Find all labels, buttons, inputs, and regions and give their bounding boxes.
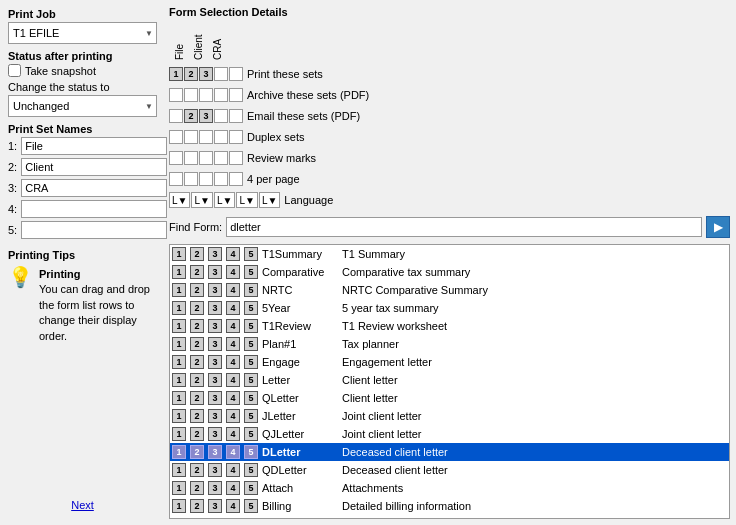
- form-chk-3[interactable]: 3: [206, 425, 224, 443]
- status-select[interactable]: Unchanged: [8, 95, 157, 117]
- form-chk-4[interactable]: 4: [224, 317, 242, 335]
- archive-chk-1[interactable]: [169, 88, 183, 102]
- form-chk-3[interactable]: 3: [206, 299, 224, 317]
- archive-chk-5[interactable]: [229, 88, 243, 102]
- table-row[interactable]: 12345LetterClient letter: [170, 371, 729, 389]
- form-chk-4[interactable]: 4: [224, 443, 242, 461]
- duplex-chk-5[interactable]: [229, 130, 243, 144]
- next-button[interactable]: Next: [8, 499, 157, 517]
- table-row[interactable]: 12345AttachAttachments: [170, 479, 729, 497]
- form-chk-5[interactable]: 5: [242, 443, 260, 461]
- form-chk-5[interactable]: 5: [242, 263, 260, 281]
- form-chk-5[interactable]: 5: [242, 407, 260, 425]
- form-chk-4[interactable]: 4: [224, 461, 242, 479]
- review-chk-5[interactable]: [229, 151, 243, 165]
- review-chk-3[interactable]: [199, 151, 213, 165]
- duplex-chk-1[interactable]: [169, 130, 183, 144]
- form-chk-1[interactable]: 1: [170, 245, 188, 263]
- form-chk-2[interactable]: 2: [188, 497, 206, 515]
- form-chk-3[interactable]: 3: [206, 353, 224, 371]
- lang-select-2[interactable]: L▼: [191, 192, 212, 208]
- form-chk-5[interactable]: 5: [242, 299, 260, 317]
- form-chk-3[interactable]: 3: [206, 443, 224, 461]
- email-chk-3[interactable]: 3: [199, 109, 213, 123]
- form-chk-3[interactable]: 3: [206, 389, 224, 407]
- archive-chk-3[interactable]: [199, 88, 213, 102]
- form-chk-1[interactable]: 1: [170, 443, 188, 461]
- form-chk-4[interactable]: 4: [224, 389, 242, 407]
- form-chk-3[interactable]: 3: [206, 281, 224, 299]
- form-chk-1[interactable]: 1: [170, 479, 188, 497]
- form-chk-2[interactable]: 2: [188, 371, 206, 389]
- review-chk-1[interactable]: [169, 151, 183, 165]
- table-row[interactable]: 12345ComparativeComparative tax summary: [170, 263, 729, 281]
- table-row[interactable]: 12345Plan#1Tax planner: [170, 335, 729, 353]
- form-chk-3[interactable]: 3: [206, 479, 224, 497]
- form-chk-4[interactable]: 4: [224, 299, 242, 317]
- form-chk-5[interactable]: 5: [242, 317, 260, 335]
- form-chk-2[interactable]: 2: [188, 245, 206, 263]
- archive-chk-4[interactable]: [214, 88, 228, 102]
- form-chk-5[interactable]: 5: [242, 335, 260, 353]
- form-chk-2[interactable]: 2: [188, 443, 206, 461]
- fourpp-chk-3[interactable]: [199, 172, 213, 186]
- lang-select-5[interactable]: L▼: [259, 192, 280, 208]
- form-chk-1[interactable]: 1: [170, 335, 188, 353]
- archive-chk-2[interactable]: [184, 88, 198, 102]
- form-chk-1[interactable]: 1: [170, 317, 188, 335]
- email-chk-5[interactable]: [229, 109, 243, 123]
- find-form-button[interactable]: ▶: [706, 216, 730, 238]
- form-chk-2[interactable]: 2: [188, 281, 206, 299]
- review-chk-2[interactable]: [184, 151, 198, 165]
- form-chk-5[interactable]: 5: [242, 281, 260, 299]
- print-job-select[interactable]: T1 EFILE: [8, 22, 157, 44]
- form-chk-2[interactable]: 2: [188, 353, 206, 371]
- form-chk-2[interactable]: 2: [188, 389, 206, 407]
- table-row[interactable]: 123455Year5 year tax summary: [170, 299, 729, 317]
- form-chk-4[interactable]: 4: [224, 425, 242, 443]
- form-chk-3[interactable]: 3: [206, 461, 224, 479]
- print-set-input-5[interactable]: [21, 221, 167, 239]
- form-chk-4[interactable]: 4: [224, 263, 242, 281]
- form-chk-2[interactable]: 2: [188, 317, 206, 335]
- form-chk-1[interactable]: 1: [170, 461, 188, 479]
- print-set-input-4[interactable]: [21, 200, 167, 218]
- print-set-input-2[interactable]: [21, 158, 167, 176]
- lang-select-4[interactable]: L▼: [236, 192, 257, 208]
- form-chk-2[interactable]: 2: [188, 299, 206, 317]
- fourpp-chk-1[interactable]: [169, 172, 183, 186]
- table-row[interactable]: 12345DLetterDeceased client letter: [170, 443, 729, 461]
- form-chk-3[interactable]: 3: [206, 317, 224, 335]
- take-snapshot-checkbox[interactable]: [8, 64, 21, 77]
- print-set-input-1[interactable]: [21, 137, 167, 155]
- form-chk-2[interactable]: 2: [188, 407, 206, 425]
- form-chk-4[interactable]: 4: [224, 335, 242, 353]
- lang-select-1[interactable]: L▼: [169, 192, 190, 208]
- form-chk-2[interactable]: 2: [188, 335, 206, 353]
- form-chk-4[interactable]: 4: [224, 497, 242, 515]
- fourpp-chk-5[interactable]: [229, 172, 243, 186]
- form-chk-1[interactable]: 1: [170, 353, 188, 371]
- table-row[interactable]: 12345QDLetterDeceased client letter: [170, 461, 729, 479]
- duplex-chk-4[interactable]: [214, 130, 228, 144]
- print-sets-chk-3[interactable]: 3: [199, 67, 213, 81]
- table-row[interactable]: 12345NRTCNRTC Comparative Summary: [170, 281, 729, 299]
- form-chk-1[interactable]: 1: [170, 407, 188, 425]
- form-chk-4[interactable]: 4: [224, 245, 242, 263]
- form-chk-3[interactable]: 3: [206, 263, 224, 281]
- form-chk-1[interactable]: 1: [170, 299, 188, 317]
- print-sets-chk-2[interactable]: 2: [184, 67, 198, 81]
- find-form-input[interactable]: [226, 217, 702, 237]
- print-sets-chk-1[interactable]: 1: [169, 67, 183, 81]
- form-chk-2[interactable]: 2: [188, 263, 206, 281]
- table-row[interactable]: 12345JLetterJoint client letter: [170, 407, 729, 425]
- email-chk-4[interactable]: [214, 109, 228, 123]
- form-chk-5[interactable]: 5: [242, 353, 260, 371]
- form-chk-5[interactable]: 5: [242, 389, 260, 407]
- form-chk-1[interactable]: 1: [170, 425, 188, 443]
- form-chk-5[interactable]: 5: [242, 479, 260, 497]
- form-chk-2[interactable]: 2: [188, 461, 206, 479]
- lang-select-3[interactable]: L▼: [214, 192, 235, 208]
- print-sets-chk-4[interactable]: [214, 67, 228, 81]
- table-row[interactable]: 12345T1SummaryT1 Summary: [170, 245, 729, 263]
